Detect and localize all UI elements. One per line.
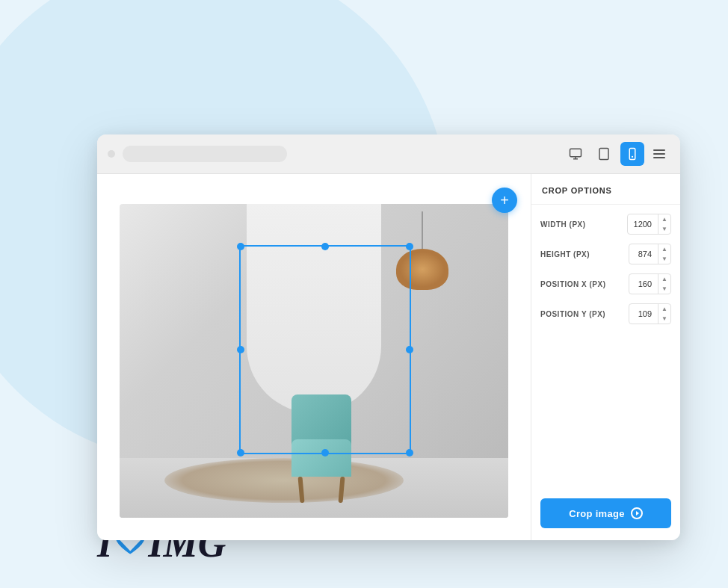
sidebar-title: CROP OPTIONS bbox=[531, 174, 680, 205]
image-editing-area[interactable]: + bbox=[97, 174, 531, 540]
height-stepper-down[interactable]: ▼ bbox=[658, 254, 670, 264]
pos-x-option-row: POSITION X (PX) 160 ▲ ▼ bbox=[540, 273, 671, 294]
pos-x-stepper-up[interactable]: ▲ bbox=[658, 274, 670, 284]
browser-dot-1 bbox=[108, 150, 115, 158]
crop-handle-bottom-right[interactable] bbox=[406, 449, 413, 457]
crop-handle-middle-left[interactable] bbox=[237, 346, 244, 353]
width-stepper[interactable]: ▲ ▼ bbox=[658, 214, 670, 234]
pos-x-label: POSITION X (PX) bbox=[540, 280, 606, 288]
pos-y-option-row: POSITION Y (PX) 109 ▲ ▼ bbox=[540, 303, 671, 324]
crop-handle-top-right[interactable] bbox=[406, 243, 413, 250]
crop-handle-middle-right[interactable] bbox=[406, 346, 413, 353]
svg-rect-4 bbox=[629, 149, 635, 160]
height-value: 874 bbox=[629, 250, 658, 259]
width-input[interactable]: 1200 ▲ ▼ bbox=[627, 214, 671, 235]
height-option-row: HEIGHT (PX) 874 ▲ ▼ bbox=[540, 244, 671, 264]
hamburger-line-1 bbox=[653, 149, 665, 151]
crop-options: WIDTH (PX) 1200 ▲ ▼ HEIGHT (PX) bbox=[531, 205, 680, 491]
width-stepper-up[interactable]: ▲ bbox=[658, 214, 670, 224]
svg-rect-3 bbox=[599, 149, 608, 160]
crop-handle-middle-bottom[interactable] bbox=[321, 449, 329, 457]
pos-y-stepper-up[interactable]: ▲ bbox=[658, 304, 670, 314]
pos-x-input[interactable]: 160 ▲ ▼ bbox=[629, 273, 671, 294]
pos-x-stepper[interactable]: ▲ ▼ bbox=[658, 274, 670, 294]
width-label: WIDTH (PX) bbox=[540, 220, 586, 229]
crop-handle-middle-top[interactable] bbox=[321, 243, 329, 250]
crop-image-button-label: Crop image bbox=[569, 508, 625, 519]
pos-x-stepper-down[interactable]: ▼ bbox=[658, 284, 670, 294]
tablet-icon-button[interactable] bbox=[592, 142, 616, 166]
room-image bbox=[120, 204, 508, 518]
room-rug bbox=[164, 458, 404, 503]
add-button[interactable]: + bbox=[492, 188, 517, 213]
hamburger-line-3 bbox=[653, 157, 665, 158]
crop-handle-top-left[interactable] bbox=[237, 243, 244, 250]
pos-x-value: 160 bbox=[629, 279, 658, 288]
width-option-row: WIDTH (PX) 1200 ▲ ▼ bbox=[540, 214, 671, 235]
width-value: 1200 bbox=[628, 220, 658, 229]
pos-y-stepper-down[interactable]: ▼ bbox=[658, 314, 670, 324]
pos-y-stepper[interactable]: ▲ ▼ bbox=[658, 304, 670, 324]
crop-button-icon bbox=[631, 507, 643, 519]
height-stepper[interactable]: ▲ ▼ bbox=[658, 244, 670, 264]
address-bar[interactable] bbox=[123, 146, 287, 162]
browser-toolbar bbox=[97, 134, 680, 174]
pos-y-input[interactable]: 109 ▲ ▼ bbox=[629, 303, 671, 324]
hamburger-line-2 bbox=[653, 153, 665, 155]
mobile-icon-button[interactable] bbox=[620, 142, 644, 166]
content-area: + bbox=[97, 174, 680, 540]
app-container: + bbox=[97, 134, 680, 540]
crop-image-button[interactable]: Crop image bbox=[540, 498, 671, 528]
height-label: HEIGHT (PX) bbox=[540, 250, 590, 259]
sidebar-panel: CROP OPTIONS WIDTH (PX) 1200 ▲ ▼ bbox=[531, 174, 680, 540]
crop-overlay[interactable] bbox=[239, 245, 411, 454]
pos-y-label: POSITION Y (PX) bbox=[540, 310, 605, 318]
browser-window: + bbox=[97, 134, 680, 540]
monitor-icon-button[interactable] bbox=[564, 142, 587, 166]
toolbar-right bbox=[564, 142, 670, 166]
pos-y-value: 109 bbox=[629, 309, 658, 318]
lamp-cord bbox=[422, 211, 423, 249]
hamburger-menu[interactable] bbox=[649, 145, 670, 163]
browser-dots bbox=[108, 150, 115, 158]
height-input[interactable]: 874 ▲ ▼ bbox=[629, 244, 671, 264]
svg-marker-6 bbox=[636, 511, 639, 516]
svg-rect-0 bbox=[570, 149, 582, 157]
height-stepper-up[interactable]: ▲ bbox=[658, 244, 670, 254]
width-stepper-down[interactable]: ▼ bbox=[658, 224, 670, 234]
crop-handle-bottom-left[interactable] bbox=[237, 449, 244, 457]
